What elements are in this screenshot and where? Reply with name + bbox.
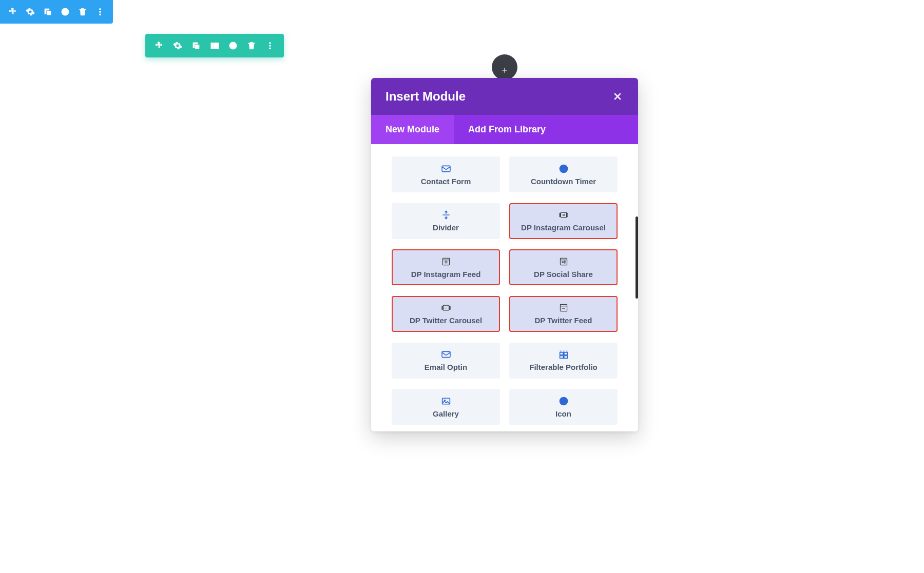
svg-rect-29 [564,352,567,355]
tab-add-from-library[interactable]: Add From Library [454,115,560,144]
modal-tabs: New Module Add From Library [371,115,638,144]
module-label: DP Instagram Carousel [521,223,606,232]
module-dp-social-share[interactable]: DP Social Share [509,249,618,285]
svg-point-10 [270,48,271,49]
duplicate-row-button[interactable] [188,38,204,53]
svg-point-3 [100,14,101,15]
svg-rect-11 [442,166,450,171]
section-toolbar [0,0,113,24]
module-label: Contact Form [421,177,471,186]
envelope-icon [441,164,451,174]
module-gallery[interactable]: Gallery [392,389,500,425]
envelope-icon [441,349,451,360]
svg-rect-15 [567,213,568,216]
module-dp-twitter-carousel[interactable]: DP Twitter Carousel [392,296,500,332]
module-label: DP Twitter Carousel [410,316,482,325]
module-email-optin[interactable]: Email Optin [392,343,500,379]
module-label: DP Twitter Feed [535,316,592,325]
svg-rect-27 [442,352,450,358]
module-label: Icon [555,409,571,418]
svg-point-21 [564,261,565,262]
columns-row-button[interactable] [207,38,222,53]
move-section-button[interactable] [5,4,21,19]
svg-point-18 [445,261,447,263]
save-section-button[interactable] [57,4,73,19]
move-row-button[interactable] [151,38,167,53]
delete-row-button[interactable] [244,38,259,53]
tab-new-module[interactable]: New Module [371,115,454,144]
svg-rect-6 [217,43,219,49]
carousel-icon [441,303,451,313]
module-dp-instagram-carousel[interactable]: DP Instagram Carousel [509,203,618,239]
row-toolbar [145,34,284,57]
svg-rect-24 [442,306,443,309]
carousel-icon [559,210,569,220]
svg-rect-26 [560,305,567,311]
image-icon [441,396,451,406]
svg-point-2 [100,11,101,13]
modal-header: Insert Module [371,78,638,115]
svg-rect-13 [561,212,566,218]
module-label: Countdown Timer [531,177,596,186]
grid-icon [559,349,569,360]
save-row-button[interactable] [225,38,241,53]
svg-point-22 [564,262,565,263]
settings-section-button[interactable] [23,4,38,19]
module-label: Email Optin [425,363,467,371]
feed-icon [559,303,569,313]
clock-icon [559,164,569,174]
close-modal-button[interactable] [611,90,624,103]
delete-section-button[interactable] [75,4,90,19]
module-icon[interactable]: Icon [509,389,618,425]
module-label: Divider [433,223,459,232]
svg-point-8 [270,42,271,44]
insert-module-modal: Insert Module New Module Add From Librar… [371,78,638,431]
more-row-button[interactable] [262,38,278,53]
module-divider[interactable]: Divider [392,203,500,239]
svg-point-1 [100,8,101,10]
module-label: DP Instagram Feed [411,270,481,279]
module-countdown-timer[interactable]: Countdown Timer [509,156,618,192]
svg-rect-4 [211,43,213,49]
module-contact-form[interactable]: Contact Form [392,156,500,192]
module-dp-twitter-feed[interactable]: DP Twitter Feed [509,296,618,332]
modal-title: Insert Module [386,89,466,104]
share-icon [559,256,569,267]
svg-rect-30 [560,356,563,359]
star-circle-icon [559,396,569,406]
settings-row-button[interactable] [170,38,185,53]
add-module-circle-button[interactable] [492,54,517,80]
modal-body[interactable]: Contact Form Countdown Timer Divider DP … [371,144,638,431]
svg-rect-14 [560,213,561,216]
module-dp-instagram-feed[interactable]: DP Instagram Feed [392,249,500,285]
module-label: Filterable Portfolio [529,363,598,371]
svg-rect-31 [564,356,567,359]
divider-icon [441,210,451,220]
scrollbar-thumb[interactable] [636,216,638,299]
svg-rect-28 [560,352,563,355]
feed-icon [441,256,451,267]
svg-rect-5 [214,43,216,49]
svg-point-9 [270,45,271,47]
module-filterable-portfolio[interactable]: Filterable Portfolio [509,343,618,379]
duplicate-section-button[interactable] [40,4,55,19]
svg-rect-23 [443,306,449,311]
module-label: DP Social Share [534,270,593,279]
more-section-button[interactable] [92,4,108,19]
module-label: Gallery [433,409,459,418]
svg-rect-17 [442,258,449,265]
svg-rect-25 [449,306,450,309]
svg-point-16 [563,214,564,216]
